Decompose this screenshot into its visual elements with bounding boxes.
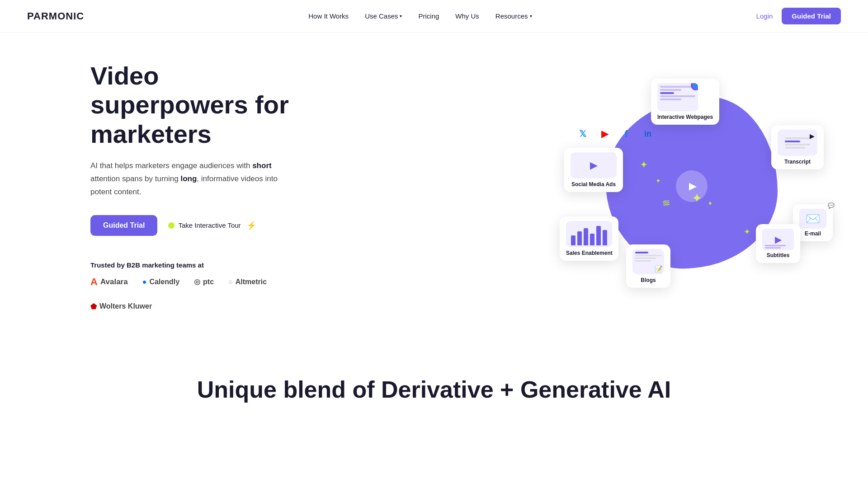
calendly-icon: ● (142, 278, 147, 286)
hero-tour-button[interactable]: Take Interactive Tour ⚡ (168, 221, 256, 230)
login-link[interactable]: Login (756, 12, 773, 20)
sales-chart-thumb (566, 221, 612, 247)
nav-resources[interactable]: Resources ▾ (495, 12, 532, 20)
transcript-play-icon: ▶ (810, 132, 815, 140)
card-social-media-ads: ▶ Social Media Ads (564, 148, 623, 192)
tour-dot-icon (168, 222, 175, 229)
ptc-icon: ◎ (194, 277, 200, 286)
logo-ptc: ◎ ptc (194, 277, 214, 286)
bubble-icon: 💬 (828, 202, 835, 209)
card-interactive-webpages: 🌐 Interactive Webpages (651, 79, 719, 125)
hero-section: Video superpowers for marketers AI that … (0, 33, 868, 340)
section2-title: Unique blend of Derivative + Generative … (27, 376, 841, 403)
nav-how-it-works[interactable]: How It Works (308, 12, 349, 20)
logo-avalara: A Avalara (90, 276, 128, 288)
sparkle-icon-1: ✦ (640, 159, 648, 171)
trusted-section: Trusted by B2B marketing teams at A Aval… (90, 261, 307, 311)
twitter-icon: 𝕏 (574, 125, 591, 142)
nav-why-us[interactable]: Why Us (455, 12, 479, 20)
subtitles-thumb: ▶ (762, 229, 794, 250)
social-icons-row: 𝕏 ▶ f in (574, 125, 656, 142)
sparkle-icon-2: ✦ (656, 177, 661, 184)
linkedin-icon: in (639, 125, 656, 142)
altmetric-icon: ○ (228, 278, 233, 286)
video-play-button[interactable] (676, 170, 708, 202)
trusted-label: Trusted by B2B marketing teams at (90, 261, 307, 269)
hero-content: Video superpowers for marketers AI that … (90, 61, 307, 311)
transcript-thumb: ▶ (778, 130, 817, 156)
hero-title: Video superpowers for marketers (90, 61, 307, 149)
card-subtitles: ▶ Subtitles (756, 224, 800, 263)
nav-right: Login Guided Trial (756, 8, 841, 24)
logo[interactable]: PARMONIC (27, 10, 84, 22)
facebook-icon: f (618, 125, 635, 142)
blog-icon: 📝 (655, 265, 662, 272)
sparkle-icon-5: ✦ (744, 227, 750, 237)
hero-illustration: ✦ ✦ ✦ ✦ ✦ ✦ ≋ 𝕏 ▶ f in ▶ Social Media Ad… (552, 60, 832, 313)
avalara-icon: A (90, 276, 98, 288)
card-transcript: ▶ Transcript (771, 125, 824, 169)
hero-description: AI that helps marketers engage audiences… (90, 160, 280, 199)
play-icon: ▶ (590, 160, 598, 171)
hero-buttons: Guided Trial Take Interactive Tour ⚡ (90, 215, 307, 236)
webpage-thumb: 🌐 (657, 83, 698, 111)
logo-calendly: ● Calendly (142, 278, 179, 286)
card-sales-enablement: Sales Enablement (560, 216, 618, 261)
chevron-down-icon: ▾ (400, 14, 402, 19)
navbar: PARMONIC How It Works Use Cases ▾ Pricin… (0, 0, 868, 33)
chevron-down-icon-2: ▾ (530, 14, 532, 19)
logo-wolters: ⬟ Wolters Kluwer (90, 302, 152, 311)
email-icon: ✉️ 💬 (799, 209, 826, 229)
lightning-icon: ⚡ (246, 221, 256, 230)
logo-altmetric: ○ Altmetric (228, 278, 267, 286)
section-unique-blend: Unique blend of Derivative + Generative … (0, 340, 868, 439)
youtube-icon: ▶ (596, 125, 613, 142)
card-blogs: 📝 Blogs (626, 244, 670, 288)
nav-pricing[interactable]: Pricing (418, 12, 439, 20)
wolters-icon: ⬟ (90, 302, 97, 311)
nav-use-cases[interactable]: Use Cases ▾ (365, 12, 402, 20)
sparkle-icon-4: ✦ (708, 200, 713, 207)
nav-links: How It Works Use Cases ▾ Pricing Why Us … (308, 12, 532, 20)
nav-guided-trial-button[interactable]: Guided Trial (782, 8, 841, 24)
blogs-thumb: 📝 (632, 249, 664, 274)
subtitle-play-icon: ▶ (775, 234, 782, 245)
trusted-logos: A Avalara ● Calendly ◎ ptc ○ Altmetric ⬟ (90, 276, 307, 311)
hero-guided-trial-button[interactable]: Guided Trial (90, 215, 157, 236)
